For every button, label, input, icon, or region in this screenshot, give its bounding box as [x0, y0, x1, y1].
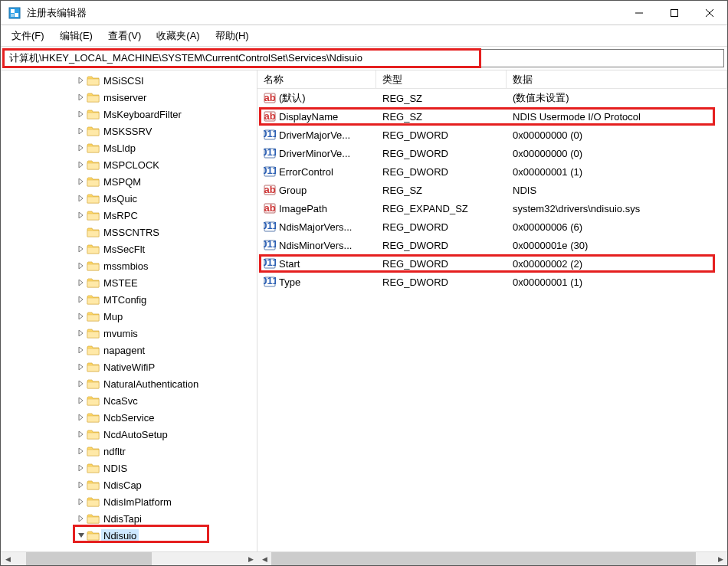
list-row[interactable]: 011NdisMajorVers...REG_DWORD0x00000006 (… [257, 218, 727, 236]
chevron-right-icon[interactable] [76, 128, 87, 134]
scroll-left-icon[interactable]: ◀ [257, 552, 271, 566]
tree-item-label: MSTEE [101, 276, 140, 290]
tree-scroll-thumb[interactable] [26, 552, 152, 565]
tree-item-naturalauthentication[interactable]: NaturalAuthentication [1, 375, 257, 392]
tree-item-ncdautosetup[interactable]: NcdAutoSetup [1, 426, 257, 443]
list-row[interactable]: 011StartREG_DWORD0x00000002 (2) [257, 254, 727, 273]
col-header-type[interactable]: 类型 [376, 70, 507, 88]
menu-favorites[interactable]: 收藏夹(A) [149, 26, 207, 46]
chevron-right-icon[interactable] [76, 296, 87, 303]
chevron-right-icon[interactable] [76, 212, 87, 218]
minimize-button[interactable] [621, 1, 657, 25]
chevron-right-icon[interactable] [76, 414, 87, 420]
chevron-right-icon[interactable] [76, 499, 87, 505]
tree-item-mstee[interactable]: MSTEE [1, 274, 257, 291]
tree-item-msiscsi[interactable]: MSiSCSI [1, 72, 257, 89]
chevron-down-icon[interactable] [76, 532, 87, 538]
col-header-data[interactable]: 数据 [507, 70, 727, 88]
menu-edit[interactable]: 编辑(E) [52, 26, 100, 46]
list-row[interactable]: 011NdisMinorVers...REG_DWORD0x0000001e (… [257, 236, 727, 254]
list-row[interactable]: 011DriverMajorVe...REG_DWORD0x00000000 (… [257, 126, 727, 144]
scroll-right-icon[interactable]: ▶ [713, 552, 727, 566]
list-row[interactable]: abDisplayNameREG_SZNDIS Usermode I/O Pro… [257, 107, 727, 126]
list-row[interactable]: abImagePathREG_EXPAND_SZsystem32\drivers… [257, 199, 727, 218]
maximize-button[interactable] [657, 1, 692, 25]
list-row[interactable]: 011TypeREG_DWORD0x00000001 (1) [257, 273, 727, 291]
tree-item-msquic[interactable]: MsQuic [1, 190, 257, 207]
menu-help[interactable]: 帮助(H) [208, 26, 257, 46]
tree-item-msscntrs[interactable]: MSSCNTRS [1, 224, 257, 240]
chevron-right-icon[interactable] [76, 465, 87, 471]
list-panel[interactable]: 名称 类型 数据 ab(默认)REG_SZ(数值未设置)abDisplayNam… [257, 70, 727, 551]
chevron-right-icon[interactable] [76, 162, 87, 168]
tree-item-label: Mup [101, 310, 125, 323]
list-header: 名称 类型 数据 [257, 70, 727, 89]
tree-item-msiserver[interactable]: msiserver [1, 89, 257, 106]
chevron-right-icon[interactable] [76, 195, 87, 201]
tree-item-mskeyboardfilter[interactable]: MsKeyboardFilter [1, 106, 257, 123]
chevron-right-icon[interactable] [76, 482, 87, 488]
list-row[interactable]: abGroupREG_SZNDIS [257, 181, 727, 199]
tree-panel[interactable]: MSiSCSImsiserverMsKeyboardFilterMSKSSRVM… [1, 70, 257, 551]
tree-item-mup[interactable]: Mup [1, 308, 257, 325]
tree-item-label: NativeWifiP [101, 361, 157, 374]
chevron-right-icon[interactable] [76, 280, 87, 286]
tree-item-mvumis[interactable]: mvumis [1, 325, 257, 342]
tree-item-ncasvc[interactable]: NcaSvc [1, 392, 257, 409]
tree-item-msrpc[interactable]: MsRPC [1, 207, 257, 224]
cell-data: 0x0000001e (30) [507, 239, 727, 252]
chevron-right-icon[interactable] [76, 246, 87, 252]
scroll-right-icon[interactable]: ▶ [244, 552, 257, 566]
chevron-right-icon[interactable] [76, 313, 87, 319]
tree-item-napagent[interactable]: napagent [1, 342, 257, 358]
chevron-right-icon[interactable] [76, 77, 87, 83]
chevron-right-icon[interactable] [76, 94, 87, 100]
menu-file[interactable]: 文件(F) [4, 26, 52, 46]
chevron-right-icon[interactable] [76, 263, 87, 269]
tree-item-mspclock[interactable]: MSPCLOCK [1, 156, 257, 173]
close-button[interactable] [692, 1, 727, 25]
menu-view[interactable]: 查看(V) [100, 26, 149, 46]
dword-icon: 011 [264, 257, 276, 270]
chevron-right-icon[interactable] [76, 330, 87, 336]
scroll-left-icon[interactable]: ◀ [1, 552, 15, 566]
tree-item-mslldp[interactable]: MsLldp [1, 139, 257, 156]
chevron-right-icon[interactable] [76, 111, 87, 117]
list-scrollbar-h[interactable]: ◀ ▶ [257, 551, 727, 565]
chevron-right-icon[interactable] [76, 145, 87, 151]
tree-item-ndistapi[interactable]: NdisTapi [1, 510, 257, 527]
tree-item-ncbservice[interactable]: NcbService [1, 409, 257, 426]
list-row[interactable]: 011ErrorControlREG_DWORD0x00000001 (1) [257, 162, 727, 181]
tree-item-mskssrv[interactable]: MSKSSRV [1, 123, 257, 139]
cell-name: 011DriverMajorVe... [257, 128, 376, 142]
chevron-right-icon[interactable] [76, 347, 87, 353]
col-header-name[interactable]: 名称 [257, 70, 376, 88]
tree-item-ndisuio[interactable]: Ndisuio [1, 527, 257, 544]
tree-item-ndfltr[interactable]: ndfltr [1, 443, 257, 460]
titlebar: 注册表编辑器 [1, 1, 727, 25]
list-row[interactable]: 011DriverMinorVe...REG_DWORD0x00000000 (… [257, 144, 727, 162]
chevron-right-icon[interactable] [76, 398, 87, 404]
tree-item-mspqm[interactable]: MSPQM [1, 173, 257, 190]
chevron-right-icon[interactable] [76, 431, 87, 437]
tree-item-mssmbios[interactable]: mssmbios [1, 257, 257, 274]
list-scroll-thumb[interactable] [271, 552, 696, 565]
tree-item-ndiscap[interactable]: NdisCap [1, 476, 257, 493]
chevron-right-icon[interactable] [76, 515, 87, 522]
tree-item-mtconfig[interactable]: MTConfig [1, 291, 257, 308]
tree-item-nativewifip[interactable]: NativeWifiP [1, 358, 257, 375]
tree-item-label: mvumis [101, 327, 140, 340]
tree-scrollbar-h[interactable]: ◀ ▶ [1, 551, 257, 565]
tree-item-label: MsLldp [101, 142, 138, 155]
cell-data: NDIS [507, 184, 727, 197]
tree-item-ndis[interactable]: NDIS [1, 460, 257, 476]
addressbar[interactable] [4, 49, 724, 67]
folder-icon [87, 463, 100, 474]
tree-item-mssecflt[interactable]: MsSecFlt [1, 240, 257, 257]
chevron-right-icon[interactable] [76, 178, 87, 185]
chevron-right-icon[interactable] [76, 448, 87, 454]
tree-item-ndisimplatform[interactable]: NdisImPlatform [1, 493, 257, 510]
chevron-right-icon[interactable] [76, 364, 87, 370]
chevron-right-icon[interactable] [76, 381, 87, 387]
list-row[interactable]: ab(默认)REG_SZ(数值未设置) [257, 89, 727, 107]
